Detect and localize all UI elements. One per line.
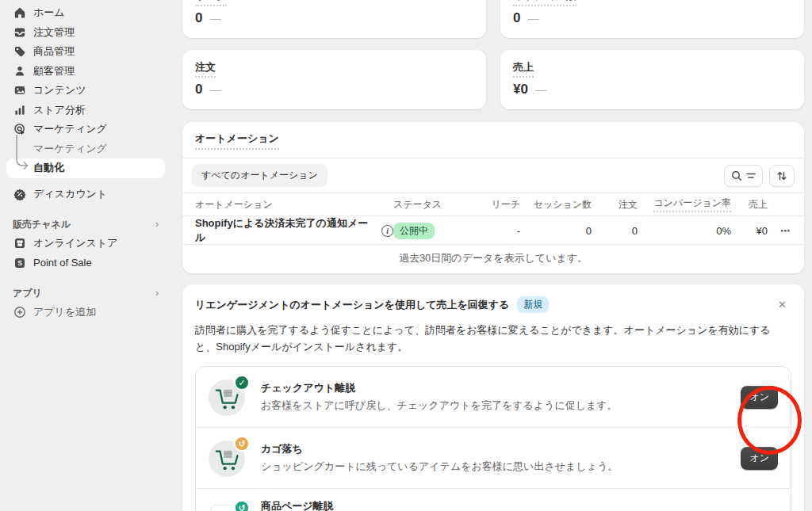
automation-card-title: オートメーション	[195, 132, 279, 150]
col-header-sessions: セッション数	[520, 198, 592, 212]
automation-items-box: ✓ チェックアウト離脱 お客様をストアに呼び戻し、チェックアウトを完了をするよう…	[195, 366, 791, 511]
cart-check-icon: ✓	[209, 377, 248, 417]
sidebar-item-label: オンラインストア	[33, 236, 117, 250]
new-badge: 新規	[517, 296, 549, 313]
trend-dash: —	[527, 12, 538, 25]
return-badge-icon: ↺	[234, 436, 250, 452]
plus-circle-icon	[13, 306, 26, 319]
sort-button[interactable]	[769, 165, 795, 187]
sidebar-item-label: ディスカウント	[33, 187, 107, 201]
media-icon	[13, 84, 26, 97]
toggle-on-button-checkout[interactable]: オン	[741, 386, 778, 409]
sidebar-item-analytics[interactable]: ストア分析	[6, 101, 165, 120]
check-badge-icon: ✓	[234, 375, 250, 391]
status-badge: 公開中	[393, 223, 435, 239]
list-item-product-page-abandonment: ↺ 商品ページ離脱 商品ページを表示したものの、カートに何も追加しなかったお客様…	[196, 488, 791, 511]
sidebar-item-marketing-sub[interactable]: マーケティング	[6, 139, 165, 159]
item-title: 商品ページ離脱	[261, 499, 728, 511]
metric-title: リーチ	[195, 0, 227, 6]
orders-icon	[13, 25, 26, 39]
close-icon[interactable]: ✕	[773, 297, 791, 312]
metric-value: 0	[195, 10, 202, 26]
row-menu-button[interactable]: ⋯	[768, 225, 791, 237]
col-header-orders: 注文	[592, 198, 638, 212]
metric-title: セッション数	[513, 0, 576, 6]
metric-title: 注文	[195, 60, 216, 78]
sidebar-item-label: 商品管理	[33, 44, 75, 59]
tab-all-automations[interactable]: すべてのオートメーション	[192, 164, 327, 187]
col-header-status: ステータス	[393, 198, 473, 212]
sidebar-item-label: 注文管理	[33, 25, 75, 40]
bar-chart-icon	[13, 103, 26, 116]
table-row[interactable]: Shopifyによる決済未完了の通知メール i 公開中 - 0 0 0% ¥0 …	[182, 215, 804, 244]
person-icon	[13, 64, 26, 78]
tag-icon	[13, 45, 26, 59]
info-icon[interactable]: i	[381, 225, 393, 237]
sort-arrows-icon	[776, 170, 787, 181]
sidebar-item-label: コンテンツ	[33, 83, 86, 97]
sidebar-item-label: アプリを追加	[33, 305, 96, 319]
col-header-conversion: コンバージョン率	[638, 196, 731, 212]
sidebar-item-add-app[interactable]: アプリを追加	[6, 303, 165, 322]
cell-sessions: 0	[520, 225, 592, 237]
search-filter-button[interactable]	[724, 165, 763, 187]
target-icon	[13, 123, 26, 136]
item-description: ショッピングカートに残っているアイテムをお客様に思い出させましょう。	[261, 460, 728, 474]
cart-return-icon: ↺	[209, 438, 248, 478]
reengagement-title: リエンゲージメントのオートメーションを使用して売上を回復する	[195, 298, 509, 312]
list-item-abandoned-cart: ↺ カゴ落ち ショッピングカートに残っているアイテムをお客様に思い出させましょう…	[196, 427, 791, 488]
sidebar-item-marketing[interactable]: マーケティング	[6, 120, 165, 139]
sidebar-item-automation[interactable]: 自動化	[6, 158, 165, 178]
metric-card-reach: リーチ 0 —	[182, 0, 486, 38]
sidebar-item-content[interactable]: コンテンツ	[6, 81, 165, 101]
metric-card-sales: 売上 ¥0 —	[500, 50, 804, 109]
reengagement-description: 訪問者に購入を完了するよう促すことによって、訪問者をお客様に変えることができます…	[195, 322, 791, 355]
sidebar-section-sales-channels[interactable]: 販売チャネル ›	[6, 215, 165, 234]
cell-sales: ¥0	[731, 225, 768, 237]
sidebar-item-label: マーケティング	[33, 122, 107, 136]
search-icon	[731, 170, 742, 181]
item-description: お客様をストアに呼び戻し、チェックアウトを完了をするように促します。	[261, 399, 728, 413]
return-badge-icon: ↺	[234, 500, 250, 511]
section-label: 販売チャネル	[13, 218, 71, 231]
sidebar-section-apps[interactable]: アプリ ›	[6, 284, 165, 303]
table-header-row: オートメーション ステータス リーチ セッション数 注文 コンバージョン率 売上	[182, 193, 804, 215]
trend-dash: —	[209, 12, 220, 25]
sidebar-item-label: ストア分析	[33, 103, 86, 117]
sidebar-item-point-of-sale[interactable]: S Point of Sale	[6, 254, 165, 273]
metric-card-sessions: セッション数 0 —	[500, 0, 804, 38]
chevron-right-icon: ›	[155, 219, 159, 230]
toggle-on-button-cart[interactable]: オン	[741, 447, 778, 470]
sidebar-item-discounts[interactable]: ディスカウント	[6, 185, 165, 204]
trend-dash: —	[209, 83, 220, 96]
metric-card-orders: 注文 0 —	[182, 50, 486, 109]
metric-value: 0	[513, 10, 520, 26]
sidebar-item-label: 顧客管理	[33, 64, 75, 78]
trend-dash: —	[535, 83, 546, 96]
main-content: リーチ 0 — セッション数 0 — 注文 0 — 売上 ¥0	[182, 0, 804, 511]
chevron-right-icon: ›	[155, 288, 159, 299]
product-page-return-icon: ↺	[209, 502, 248, 511]
sidebar: ホーム 注文管理 商品管理 顧客管理 コンテンツ ストア分析 マーケティング	[0, 0, 173, 511]
sidebar-item-products[interactable]: 商品管理	[6, 42, 165, 62]
item-title: カゴ落ち	[261, 442, 728, 456]
home-icon	[13, 6, 26, 20]
metric-title: 売上	[513, 60, 534, 78]
sidebar-item-customers[interactable]: 顧客管理	[6, 62, 165, 82]
sidebar-item-home[interactable]: ホーム	[6, 3, 165, 23]
sidebar-item-online-store[interactable]: オンラインストア	[6, 234, 165, 254]
automation-card: オートメーション すべてのオートメーション	[182, 122, 804, 273]
filter-icon	[746, 171, 756, 181]
col-header-automation: オートメーション	[195, 198, 393, 212]
item-title: チェックアウト離脱	[261, 381, 728, 395]
col-header-reach: リーチ	[473, 198, 520, 212]
sidebar-item-orders[interactable]: 注文管理	[6, 23, 165, 43]
section-label: アプリ	[13, 287, 42, 300]
metric-value: ¥0	[513, 82, 528, 97]
storefront-icon	[13, 237, 26, 250]
sidebar-item-label: ホーム	[33, 6, 65, 20]
cell-reach: -	[473, 225, 520, 237]
cell-orders: 0	[592, 225, 638, 237]
metric-value: 0	[195, 82, 202, 97]
sidebar-item-label: Point of Sale	[33, 257, 92, 269]
